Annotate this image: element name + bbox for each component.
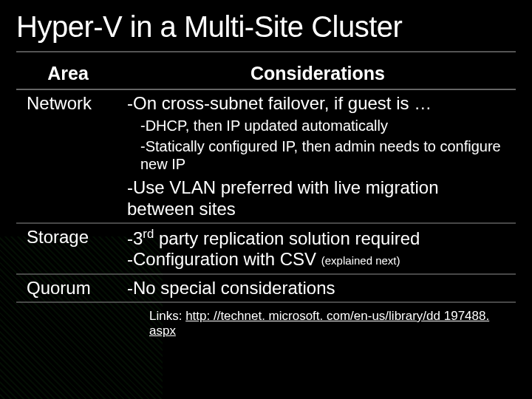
table-header-row: Area Considerations (16, 60, 516, 89)
table-row: Network -On cross-subnet failover, if gu… (16, 89, 516, 114)
area-storage: Storage (16, 223, 120, 274)
storage-csv: -Configuration with CSV (explained next) (127, 249, 511, 270)
title-rule (16, 51, 516, 52)
links-line: Links: http: //technet. microsoft. com/e… (16, 309, 516, 338)
considerations-table: Area Considerations Network -On cross-su… (16, 60, 516, 303)
storage-replication: -3rd party replication solution required (127, 227, 511, 249)
area-quorum: Quorum (16, 274, 120, 302)
col-header-considerations: Considerations (120, 60, 516, 89)
col-header-area: Area (16, 60, 120, 89)
page-title: Hyper-V in a Multi-Site Cluster (16, 10, 516, 44)
table-row: -DHCP, then IP updated automatically -St… (16, 114, 516, 176)
table-row: Storage -3rd party replication solution … (16, 223, 516, 274)
network-vlan-line2: between sites (127, 199, 511, 219)
area-network: Network (16, 89, 120, 114)
table-row: Quorum -No special considerations (16, 274, 516, 302)
network-line1: -On cross-subnet failover, if guest is … (120, 89, 516, 114)
network-sub-static: -Statically configured IP, then admin ne… (127, 136, 511, 174)
quorum-line1: -No special considerations (120, 274, 516, 302)
network-sub-dhcp: -DHCP, then IP updated automatically (127, 115, 511, 136)
slide: Hyper-V in a Multi-Site Cluster Area Con… (0, 0, 532, 399)
network-vlan-line1: -Use VLAN preferred with live migration (127, 177, 511, 198)
table-row: -Use VLAN preferred with live migration … (16, 176, 516, 223)
technet-link[interactable]: http: //technet. microsoft. com/en-us/li… (149, 309, 489, 338)
links-label: Links: (149, 309, 185, 323)
